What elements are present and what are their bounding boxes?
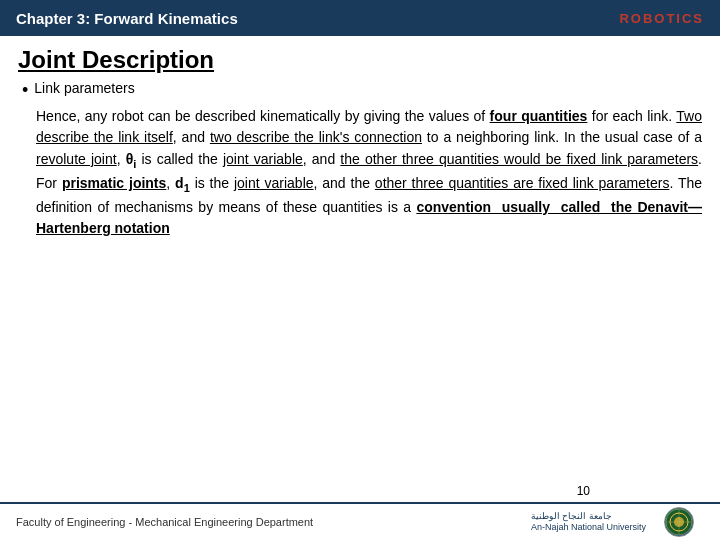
term-revolute-joint: revolute joint — [36, 151, 117, 167]
footer-text: Faculty of Engineering - Mechanical Engi… — [16, 516, 313, 528]
term-other-three-2: other three quantities are fixed link pa… — [375, 175, 670, 191]
slide-header: Chapter 3: Forward Kinematics ROBOTICS — [0, 0, 720, 36]
content-paragraph: Hence, any robot can be described kinema… — [36, 106, 702, 240]
slide-footer: Faculty of Engineering - Mechanical Engi… — [0, 502, 720, 540]
university-logo-svg — [665, 508, 693, 536]
term-prismatic-joints: prismatic joints — [62, 175, 166, 191]
page-number: 10 — [577, 484, 590, 498]
bullet-label: Link parameters — [34, 80, 134, 96]
bullet-item: • Link parameters — [22, 80, 702, 102]
term-joint-variable-1: joint variable — [223, 151, 303, 167]
term-other-three-1: the other three quantities would be fixe… — [340, 151, 698, 167]
bullet-dot: • — [22, 80, 28, 102]
university-name-text: جامعة النجاح الوطنية An-Najah National U… — [531, 511, 646, 533]
term-four-quantities: four quantities — [490, 108, 588, 124]
chapter-title: Chapter 3: Forward Kinematics — [16, 10, 238, 27]
term-two-describe-connection: two describe the link's connection — [210, 129, 422, 145]
university-logo-circle — [664, 507, 694, 537]
main-content: Joint Description • Link parameters Henc… — [0, 36, 720, 502]
footer-logo-area: جامعة النجاح الوطنية An-Najah National U… — [531, 507, 704, 537]
term-joint-variable-2: joint variable — [234, 175, 314, 191]
robotics-logo: ROBOTICS — [619, 11, 704, 26]
section-title: Joint Description — [18, 46, 702, 74]
university-logo — [654, 507, 704, 537]
term-convention: convention usually called the Denavit—Ha… — [36, 199, 702, 237]
